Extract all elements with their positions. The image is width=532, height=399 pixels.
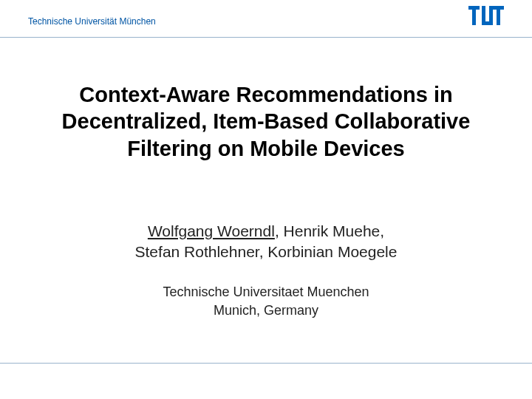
title-line-2: Decentralized, Item-Based Collaborative — [37, 108, 495, 134]
svg-rect-1 — [472, 6, 476, 25]
slide-title: Context-Aware Recommendations in Decentr… — [37, 81, 495, 162]
institution-line-1: Technische Universitaet Muenchen — [37, 283, 495, 301]
title-line-3: Filtering on Mobile Devices — [37, 135, 495, 162]
institution-line-2: Munich, Germany — [37, 301, 495, 319]
institution-block: Technische Universitaet Muenchen Munich,… — [37, 283, 495, 319]
slide-header: Technische Universität München — [0, 0, 532, 37]
footer-divider — [0, 363, 532, 364]
authors-line-1: Wolfgang Woerndl, Henrik Muehe, — [37, 221, 495, 242]
header-divider — [0, 37, 532, 38]
svg-rect-6 — [493, 6, 497, 10]
slide: Technische Universität München Context — [0, 0, 532, 399]
affiliation-text: Technische Universität München — [28, 16, 156, 27]
slide-body: Context-Aware Recommendations in Decentr… — [37, 74, 495, 319]
svg-rect-3 — [482, 6, 485, 25]
svg-rect-5 — [489, 6, 493, 25]
svg-rect-8 — [500, 6, 504, 10]
author-lead: Wolfgang Woerndl — [148, 222, 275, 239]
svg-rect-2 — [476, 6, 480, 10]
svg-rect-4 — [485, 21, 489, 25]
tum-logo-icon — [468, 6, 504, 25]
svg-rect-7 — [497, 6, 500, 25]
tum-logo — [468, 6, 504, 28]
svg-rect-0 — [468, 6, 472, 10]
authors-line-2: Stefan Rothlehner, Korbinian Moegele — [37, 242, 495, 262]
authors-rest-1: , Henrik Muehe, — [275, 222, 384, 239]
authors-block: Wolfgang Woerndl, Henrik Muehe, Stefan R… — [37, 221, 495, 263]
title-line-1: Context-Aware Recommendations in — [37, 81, 495, 108]
